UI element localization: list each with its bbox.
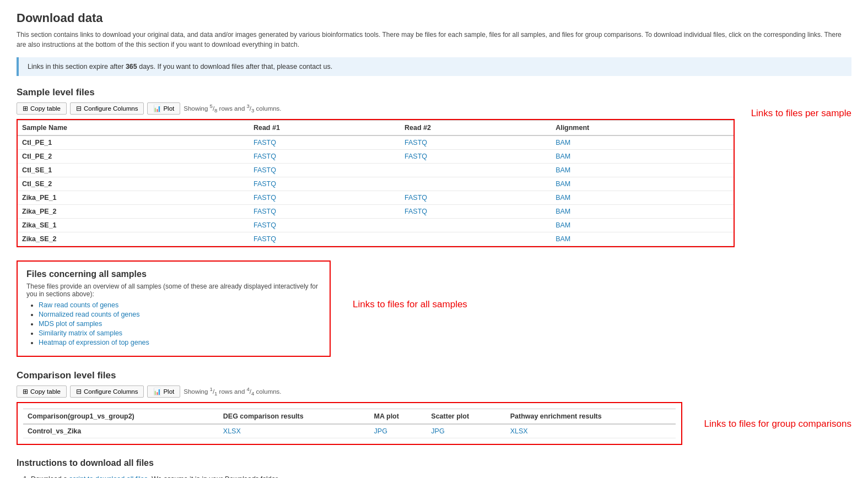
comparison-plot-button[interactable]: 📊 Plot	[147, 385, 180, 398]
page-title: Download data	[17, 11, 851, 25]
configure-icon: ⊟	[76, 388, 82, 395]
instructions-heading: Instructions to download all files	[17, 458, 851, 468]
col-read2: Read #2	[400, 121, 551, 136]
read2-cell	[400, 219, 551, 232]
comparison-level-heading: Comparison level files	[17, 370, 851, 381]
read1-cell: FASTQ	[249, 232, 400, 246]
read1-link[interactable]: FASTQ	[254, 208, 276, 215]
plot-icon: 📊	[153, 105, 161, 112]
instructions-section: Instructions to download all files Downl…	[17, 458, 851, 478]
alignment-link[interactable]: BAM	[556, 235, 570, 243]
alignment-link[interactable]: BAM	[556, 166, 570, 174]
comparison-name: Control_vs_Zika	[23, 424, 219, 438]
list-item: Download a script to download all files.…	[31, 474, 851, 478]
alignment-link[interactable]: BAM	[556, 221, 570, 229]
table-row: Ctl_PE_2FASTQFASTQBAM	[18, 150, 734, 164]
sample-name-cell: Zika_SE_1	[18, 219, 249, 232]
col-comparison: Comparison(group1_vs_group2)	[23, 409, 219, 425]
alignment-link[interactable]: BAM	[556, 194, 570, 202]
read1-link[interactable]: FASTQ	[254, 221, 276, 229]
read1-link[interactable]: FASTQ	[254, 180, 276, 188]
comparison-header-row: Comparison(group1_vs_group2) DEG compari…	[23, 409, 676, 425]
files-all-section: Files concerning all samples These files…	[17, 260, 331, 357]
files-all-list: Raw read counts of genes Normalized read…	[26, 301, 321, 346]
comparison-showing-text: Showing 1/1 rows and 4/4 columns.	[184, 386, 281, 396]
list-item: Similarity matrix of samples	[39, 329, 321, 337]
read2-link[interactable]: FASTQ	[405, 194, 427, 202]
read1-link[interactable]: FASTQ	[254, 139, 276, 146]
comparison-copy-table-button[interactable]: ⊞ Copy table	[17, 385, 67, 398]
similarity-matrix-link[interactable]: Similarity matrix of samples	[39, 329, 122, 337]
read2-cell	[400, 232, 551, 246]
read1-cell: FASTQ	[249, 164, 400, 177]
table-row: Ctl_SE_2FASTQBAM	[18, 177, 734, 191]
alignment-link[interactable]: BAM	[556, 180, 570, 188]
copy-icon: ⊞	[23, 105, 28, 112]
sample-showing-text: Showing 5/8 rows and 3/3 columns.	[184, 103, 281, 113]
deg-link[interactable]: XLSX	[223, 427, 241, 435]
read2-link[interactable]: FASTQ	[405, 208, 427, 215]
read2-link[interactable]: FASTQ	[405, 153, 427, 160]
alignment-cell: BAM	[551, 150, 734, 164]
alignment-cell: BAM	[551, 219, 734, 232]
table-row: Zika_SE_2FASTQBAM	[18, 232, 734, 246]
table-row: Zika_PE_2FASTQFASTQBAM	[18, 205, 734, 219]
pathway-link[interactable]: XLSX	[510, 427, 528, 435]
mds-plot-link[interactable]: MDS plot of samples	[39, 320, 102, 328]
alignment-link[interactable]: BAM	[556, 153, 570, 160]
read1-link[interactable]: FASTQ	[254, 194, 276, 202]
sample-name-cell: Ctl_PE_1	[18, 135, 249, 150]
plot-icon: 📊	[153, 388, 161, 395]
alignment-cell: BAM	[551, 205, 734, 219]
copy-table-button[interactable]: ⊞ Copy table	[17, 102, 67, 115]
comparison-annotation: Links to files for group comparisons	[704, 385, 851, 430]
read1-link[interactable]: FASTQ	[254, 153, 276, 160]
read1-link[interactable]: FASTQ	[254, 166, 276, 174]
sample-table-wrapper: Sample Name Read #1 Read #2 Alignment Ct…	[17, 119, 735, 247]
normalized-read-counts-link[interactable]: Normalized read counts of genes	[39, 311, 139, 318]
pathway-link-cell: XLSX	[506, 424, 676, 438]
read1-cell: FASTQ	[249, 177, 400, 191]
list-item: MDS plot of samples	[39, 320, 321, 328]
deg-link-cell: XLSX	[219, 424, 370, 438]
sample-annotation: Links to files per sample	[751, 102, 851, 119]
sample-table-toolbar: ⊞ Copy table ⊟ Configure Columns 📊 Plot …	[17, 102, 735, 115]
table-row: Ctl_SE_1FASTQBAM	[18, 164, 734, 177]
col-deg: DEG comparison results	[219, 409, 370, 425]
plot-button[interactable]: 📊 Plot	[147, 102, 180, 115]
alignment-cell: BAM	[551, 177, 734, 191]
sample-table: Sample Name Read #1 Read #2 Alignment Ct…	[18, 120, 734, 246]
comparison-level-section: Comparison level files ⊞ Copy table ⊟ Co…	[17, 370, 851, 445]
list-item: Normalized read counts of genes	[39, 311, 321, 318]
table-row: Zika_SE_1FASTQBAM	[18, 219, 734, 232]
read2-cell: FASTQ	[400, 191, 551, 205]
list-item: Raw read counts of genes	[39, 301, 321, 309]
configure-columns-button[interactable]: ⊟ Configure Columns	[70, 102, 144, 115]
sample-name-cell: Zika_PE_2	[18, 205, 249, 219]
expiry-days: 365	[126, 63, 137, 70]
scatter-link[interactable]: JPG	[431, 427, 444, 435]
sample-name-cell: Ctl_PE_2	[18, 150, 249, 164]
alignment-link[interactable]: BAM	[556, 139, 570, 146]
comparison-level-content: ⊞ Copy table ⊟ Configure Columns 📊 Plot …	[17, 385, 851, 445]
read1-link[interactable]: FASTQ	[254, 235, 276, 243]
read1-cell: FASTQ	[249, 219, 400, 232]
comparison-table-wrapper: Comparison(group1_vs_group2) DEG compari…	[17, 402, 682, 445]
ma-link[interactable]: JPG	[374, 427, 387, 435]
comparison-configure-columns-button[interactable]: ⊟ Configure Columns	[70, 385, 144, 398]
alignment-link[interactable]: BAM	[556, 208, 570, 215]
sample-table-container: ⊞ Copy table ⊟ Configure Columns 📊 Plot …	[17, 102, 735, 247]
configure-icon: ⊟	[76, 105, 82, 112]
col-ma: MA plot	[370, 409, 427, 425]
page-description: This section contains links to download …	[17, 30, 851, 50]
script-download-link[interactable]: script to download all files	[69, 475, 148, 478]
alignment-cell: BAM	[551, 232, 734, 246]
read1-cell: FASTQ	[249, 135, 400, 150]
sample-name-cell: Ctl_SE_1	[18, 164, 249, 177]
raw-read-counts-link[interactable]: Raw read counts of genes	[39, 301, 118, 309]
sample-name-cell: Ctl_SE_2	[18, 177, 249, 191]
read1-cell: FASTQ	[249, 205, 400, 219]
read2-link[interactable]: FASTQ	[405, 139, 427, 146]
heatmap-link[interactable]: Heatmap of expression of top genes	[39, 339, 149, 346]
col-alignment: Alignment	[551, 121, 734, 136]
